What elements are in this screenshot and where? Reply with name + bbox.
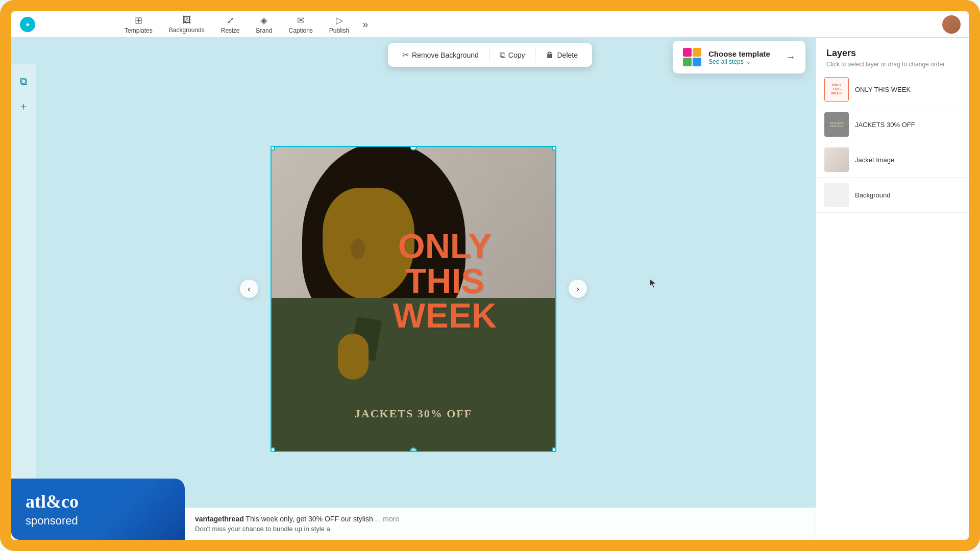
copy-icon: ⧉: [500, 51, 505, 60]
delete-icon: 🗑: [546, 51, 554, 60]
copy-label: Copy: [508, 51, 525, 59]
choose-template-icon: [683, 48, 701, 66]
see-all-steps-chevron: ⌄: [746, 58, 751, 65]
layer-thumb-jacket-visual: [824, 147, 849, 172]
layer-thumb-text-jackets: JACKETS30% OFF: [828, 120, 845, 129]
layer-item-background[interactable]: Background: [816, 178, 969, 213]
ct-dot-orange: [693, 48, 701, 57]
layers-subtitle: Click to select layer or drag to change …: [826, 61, 959, 68]
app-logo: ✦: [19, 16, 36, 33]
design-sub-text: JACKETS 30% OFF: [355, 407, 472, 420]
design-text-line3: WEEK: [393, 298, 497, 333]
handle-bottom-right[interactable]: [552, 447, 556, 452]
layer-thumb-jackets: JACKETS30% OFF: [824, 112, 849, 137]
delete-label: Delete: [557, 51, 577, 59]
layers-header: Layers Click to select layer or drag to …: [816, 38, 969, 72]
nav-item-templates[interactable]: ⊞ Templates: [117, 13, 160, 36]
floating-context-toolbar: ✂ Remove Background ⧉ Copy 🗑 Delete: [388, 43, 592, 67]
templates-icon: ⊞: [135, 15, 142, 26]
person-ear: [351, 239, 365, 259]
logo-area: ✦: [11, 16, 113, 33]
top-navigation: ✦ ⊞ Templates 🖼 Backgrounds ⤢ Resize ◈ B…: [11, 11, 969, 38]
resize-icon: ⤢: [227, 15, 234, 26]
nav-item-brand[interactable]: ◈ Brand: [249, 13, 279, 36]
canvas-content: ONLY THIS WEEK JACKETS 30% OFF: [272, 147, 555, 451]
more-nav-button[interactable]: »: [358, 16, 372, 32]
choose-template-subtitle[interactable]: See all steps ⌄: [708, 58, 770, 65]
ct-dot-green: [683, 58, 692, 66]
nav-item-captions-label: Captions: [288, 27, 312, 34]
sponsored-label: sponsored: [26, 514, 170, 528]
svg-text:✦: ✦: [25, 21, 30, 29]
remove-bg-label: Remove Background: [412, 51, 479, 59]
bottom-caption-bar: vantagethread This week only, get 30% OF…: [185, 508, 816, 540]
handle-top-left[interactable]: [271, 146, 275, 151]
layer-thumb-text-only-this-week: ONLYTHISWEEK: [831, 83, 842, 95]
sponsored-logo: atl&co: [26, 491, 170, 512]
caption-continuation: Don't miss your chance to bundle up in s…: [195, 525, 805, 533]
choose-template-text-area: Choose template See all steps ⌄: [708, 49, 770, 65]
toolbar-divider-2: [535, 48, 535, 62]
ct-dot-pink: [683, 48, 692, 57]
caption-text: This week only, get 30% OFF our stylish: [246, 515, 373, 523]
brand-icon: ◈: [260, 15, 267, 26]
layer-thumb-bg-visual: [824, 183, 849, 207]
user-avatar[interactable]: [942, 15, 961, 34]
layer-thumb-jacket-image: [824, 147, 849, 172]
publish-nav-icon: ▷: [336, 15, 343, 26]
layer-name-jacket-image: Jacket Image: [855, 156, 894, 164]
design-canvas-wrapper: ONLY THIS WEEK JACKETS 30% OFF ‹ ›: [271, 126, 556, 452]
caption-more[interactable]: ... more: [375, 515, 399, 523]
left-sidebar: ⧉ ＋: [11, 64, 36, 540]
nav-item-resize[interactable]: ⤢ Resize: [214, 13, 247, 36]
canvas-prev-button[interactable]: ‹: [240, 280, 258, 298]
toolbar-divider-1: [489, 48, 489, 62]
sidebar-add-button[interactable]: ＋: [15, 96, 32, 116]
design-text-line1: ONLY: [393, 229, 497, 263]
nav-item-backgrounds-label: Backgrounds: [169, 27, 205, 34]
scissors-icon: ✂: [402, 50, 409, 60]
nav-item-publish[interactable]: ▷ Publish: [322, 13, 356, 36]
remove-background-button[interactable]: ✂ Remove Background: [396, 47, 485, 63]
layer-name-only-this-week: ONLY THIS WEEK: [855, 86, 911, 93]
copy-button[interactable]: ⧉ Copy: [494, 47, 531, 63]
nav-item-captions[interactable]: ✉ Captions: [281, 13, 320, 36]
see-all-steps-label: See all steps: [708, 58, 744, 65]
delete-button[interactable]: 🗑 Delete: [540, 47, 583, 63]
canvas-area: ⧉ ＋: [11, 38, 816, 540]
nav-item-publish-label: Publish: [329, 27, 349, 34]
nav-items-container: ⊞ Templates 🖼 Backgrounds ⤢ Resize ◈ Bra…: [113, 13, 942, 36]
design-text-line2: THIS: [393, 263, 497, 298]
nav-item-brand-label: Brand: [256, 27, 272, 34]
layer-item-only-this-week[interactable]: ONLYTHISWEEK ONLY THIS WEEK: [816, 72, 969, 107]
layer-name-background: Background: [855, 191, 890, 199]
choose-template-title: Choose template: [708, 49, 770, 58]
sidebar-copy-button[interactable]: ⧉: [17, 72, 30, 90]
design-main-text: ONLY THIS WEEK: [393, 229, 497, 333]
choose-template-arrow-button[interactable]: →: [786, 52, 795, 63]
person-hand: [338, 334, 369, 380]
layers-panel: Layers Click to select layer or drag to …: [816, 38, 969, 540]
layer-item-jackets[interactable]: JACKETS30% OFF JACKETS 30% OFF: [816, 107, 969, 142]
handle-bottom-middle[interactable]: [410, 447, 417, 452]
nav-right-area: [942, 15, 969, 34]
choose-template-card: Choose template See all steps ⌄ →: [673, 41, 805, 73]
sponsored-overlay: atl&co sponsored: [11, 479, 185, 540]
canvas-next-button[interactable]: ›: [569, 280, 587, 298]
caption-username: vantagethread: [195, 515, 244, 523]
design-canvas[interactable]: ONLY THIS WEEK JACKETS 30% OFF: [271, 146, 556, 452]
layer-thumb-only-this-week: ONLYTHISWEEK: [824, 77, 849, 102]
handle-bottom-left[interactable]: [271, 447, 275, 452]
nav-item-resize-label: Resize: [221, 27, 240, 34]
captions-icon: ✉: [297, 15, 305, 26]
handle-top-right[interactable]: [552, 146, 556, 151]
layer-item-jacket-image[interactable]: Jacket Image: [816, 142, 969, 178]
layers-title: Layers: [826, 48, 959, 59]
nav-item-templates-label: Templates: [125, 27, 153, 34]
backgrounds-icon: 🖼: [182, 15, 191, 26]
nav-item-backgrounds[interactable]: 🖼 Backgrounds: [162, 13, 212, 36]
layer-thumb-background: [824, 183, 849, 207]
layer-name-jackets: JACKETS 30% OFF: [855, 121, 915, 129]
ct-dot-blue: [693, 58, 701, 66]
